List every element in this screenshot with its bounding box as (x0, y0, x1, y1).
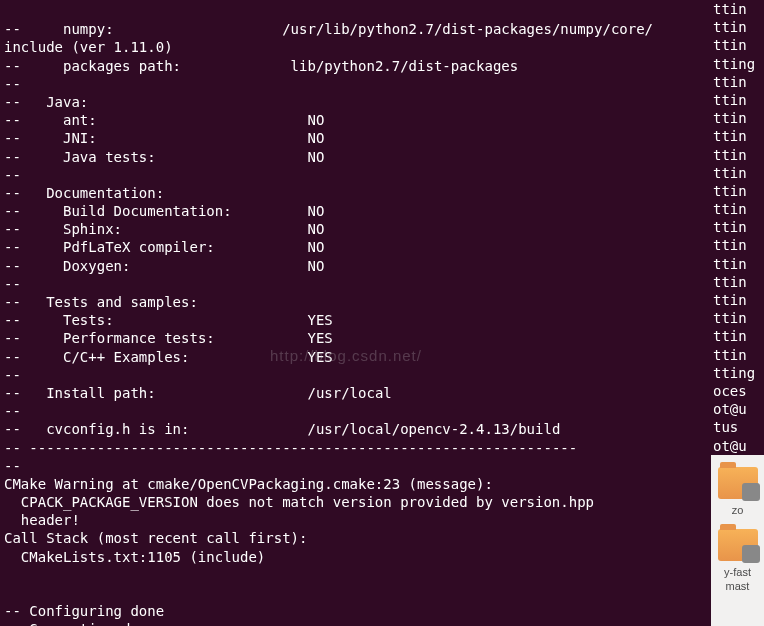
archive-icon (718, 529, 758, 561)
file-label: zo (711, 503, 764, 517)
cmake-warning-line: header! (4, 512, 80, 528)
terminal-output[interactable]: -- numpy: /usr/lib/python2.7/dist-packag… (0, 0, 711, 626)
call-stack-line: CMakeLists.txt:1105 (include) (4, 549, 265, 565)
kv-val: NO (307, 203, 324, 219)
cmake-warning-line: CMake Warning at cmake/OpenCVPackaging.c… (4, 476, 493, 492)
kv-key: Doxygen: (63, 258, 130, 274)
kv-key: C/C++ Examples: (63, 349, 189, 365)
cvconfig-path: /usr/local/opencv-2.4.13/build (307, 421, 560, 437)
kv-key: PdfLaTeX compiler: (63, 239, 215, 255)
hrule: ----------------------------------------… (29, 440, 577, 456)
java-header: Java: (46, 94, 88, 110)
file-item[interactable]: y-fast mast (711, 529, 764, 594)
packages-label: packages path: (63, 58, 181, 74)
cvconfig-label: cvconfig.h is in: (46, 421, 189, 437)
archive-icon (718, 467, 758, 499)
numpy-path: /usr/lib/python2.7/dist-packages/numpy/c… (282, 21, 653, 37)
kv-val: NO (307, 112, 324, 128)
kv-val: NO (307, 239, 324, 255)
kv-key: JNI: (63, 130, 97, 146)
include-ver: include (ver 1.11.0) (4, 39, 173, 55)
tests-header: Tests and samples: (46, 294, 198, 310)
kv-key: Sphinx: (63, 221, 122, 237)
background-terminal-fragment: ttin ttin ttin tting ttin ttin ttin ttin… (711, 0, 764, 455)
configuring-done: -- Configuring done (4, 603, 164, 619)
kv-key: Java tests: (63, 149, 156, 165)
kv-val: NO (307, 258, 324, 274)
kv-val: YES (307, 349, 332, 365)
install-path: /usr/local (307, 385, 391, 401)
kv-key: Build Documentation: (63, 203, 232, 219)
kv-key: ant: (63, 112, 97, 128)
kv-val: NO (307, 221, 324, 237)
kv-val: YES (307, 330, 332, 346)
kv-val: NO (307, 130, 324, 146)
kv-key: Tests: (63, 312, 114, 328)
file-label: y-fast (711, 565, 764, 579)
kv-key: Performance tests: (63, 330, 215, 346)
install-label: Install path: (46, 385, 156, 401)
desktop-partial-view: ttin ttin ttin tting ttin ttin ttin ttin… (711, 0, 764, 626)
file-label: mast (711, 579, 764, 593)
call-stack-line: Call Stack (most recent call first): (4, 530, 307, 546)
cmake-warning-line: CPACK_PACKAGE_VERSION does not match ver… (4, 494, 594, 510)
file-item[interactable]: zo (711, 467, 764, 517)
numpy-label: numpy: (63, 21, 114, 37)
kv-val: YES (307, 312, 332, 328)
generating-done: -- Generating done (4, 621, 156, 626)
kv-val: NO (307, 149, 324, 165)
doc-header: Documentation: (46, 185, 164, 201)
packages-path: lib/python2.7/dist-packages (291, 58, 519, 74)
